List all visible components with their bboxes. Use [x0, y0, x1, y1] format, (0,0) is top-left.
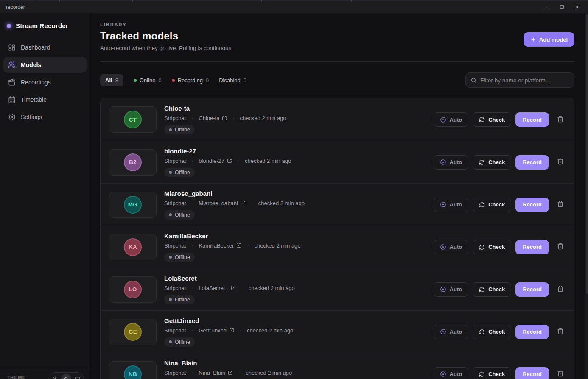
tab-recording[interactable]: Recording 0: [172, 77, 209, 84]
trash-icon: [557, 116, 564, 123]
auto-toggle-button[interactable]: Auto: [434, 325, 469, 339]
record-button[interactable]: Record: [515, 367, 549, 379]
last-checked: checked 2 min ago: [245, 158, 291, 164]
maximize-button[interactable]: [554, 1, 569, 13]
record-button[interactable]: Record: [515, 325, 549, 339]
calendar-icon: [8, 96, 16, 103]
check-button[interactable]: Check: [473, 325, 511, 339]
auto-toggle-button[interactable]: Auto: [434, 240, 469, 254]
sidebar-item-recordings[interactable]: Recordings: [3, 74, 87, 90]
check-button[interactable]: Check: [473, 112, 511, 127]
avatar-circle: KA: [124, 238, 142, 256]
tab-disabled[interactable]: Disabled 0: [219, 77, 246, 84]
auto-disc-icon: [440, 201, 446, 208]
model-external-link[interactable]: Miarose_gabani: [199, 200, 246, 206]
sidebar-item-label: Timetable: [21, 96, 47, 103]
avatar: CT: [109, 106, 157, 133]
platform-label: Stripchat: [164, 242, 186, 249]
status-badge: Offline: [164, 337, 195, 347]
search-input[interactable]: [480, 77, 569, 84]
status-dot: [169, 340, 172, 343]
sidebar-item-models[interactable]: Models: [3, 57, 87, 73]
platform-label: Stripchat: [164, 115, 186, 121]
record-button[interactable]: Record: [515, 282, 549, 297]
model-external-link[interactable]: Chloe-ta: [199, 115, 227, 121]
close-button[interactable]: [569, 1, 585, 13]
trash-icon: [557, 328, 564, 334]
sun-icon: [53, 376, 58, 379]
check-button[interactable]: Check: [473, 367, 511, 379]
model-row: MG Miarose_gabani Stripchat · Miarose_ga…: [101, 183, 574, 226]
add-model-button[interactable]: Add model: [524, 32, 574, 47]
model-name: Chloe-ta: [164, 105, 286, 112]
model-external-link[interactable]: blondie-27: [199, 158, 232, 164]
delete-button[interactable]: [555, 326, 566, 337]
check-button[interactable]: Check: [473, 155, 511, 170]
delete-button[interactable]: [555, 114, 566, 125]
avatar: GE: [109, 319, 157, 345]
refresh-icon: [479, 371, 485, 377]
scrollbar-thumb[interactable]: [586, 14, 588, 294]
theme-section: THEME: [0, 368, 90, 379]
auto-disc-icon: [440, 117, 446, 123]
record-button[interactable]: Record: [515, 198, 549, 212]
auto-disc-icon: [440, 159, 446, 165]
main-content: LIBRARY Tracked models Auto-record when …: [90, 13, 588, 379]
delete-button[interactable]: [555, 284, 566, 295]
model-name: blondie-27: [164, 148, 291, 155]
avatar-initials: B2: [129, 159, 137, 165]
trash-icon: [557, 243, 564, 250]
delete-button[interactable]: [555, 241, 566, 253]
theme-light-button[interactable]: [50, 374, 60, 379]
sidebar-item-settings[interactable]: Settings: [3, 109, 87, 125]
sidebar-item-dashboard[interactable]: Dashboard: [3, 39, 87, 56]
auto-toggle-button[interactable]: Auto: [434, 367, 469, 379]
gear-icon: [8, 113, 16, 121]
avatar: B2: [109, 149, 157, 176]
model-external-link[interactable]: KamillaBecker: [199, 242, 241, 249]
tab-online[interactable]: Online 0: [134, 77, 162, 84]
external-link-icon: [231, 285, 236, 290]
check-button[interactable]: Check: [473, 240, 511, 254]
avatar-circle: B2: [124, 153, 142, 171]
check-button[interactable]: Check: [473, 282, 511, 297]
trash-icon: [557, 285, 564, 292]
tab-dot-recording: [172, 79, 175, 82]
sidebar-item-timetable[interactable]: Timetable: [3, 92, 87, 108]
avatar-initials: NB: [129, 371, 137, 377]
auto-toggle-button[interactable]: Auto: [434, 282, 469, 297]
avatar: MG: [109, 192, 157, 218]
model-external-link[interactable]: Nina_Blain: [199, 370, 233, 376]
status-badge: Offline: [164, 125, 195, 134]
last-checked: checked 2 min ago: [247, 327, 293, 334]
auto-toggle-button[interactable]: Auto: [434, 155, 469, 170]
avatar-initials: KA: [129, 244, 137, 250]
sidebar-item-label: Dashboard: [21, 44, 50, 51]
auto-toggle-button[interactable]: Auto: [434, 112, 469, 127]
model-external-link[interactable]: GetttJinxed: [199, 327, 234, 334]
model-info: LolaSecret_ Stripchat · LolaSecret_ · ch…: [164, 275, 295, 304]
delete-button[interactable]: [555, 368, 566, 379]
minimize-button[interactable]: [539, 1, 554, 13]
model-external-link[interactable]: LolaSecret_: [199, 285, 235, 291]
status-dot: [169, 213, 172, 216]
monitor-icon: [75, 376, 80, 379]
platform-label: Stripchat: [164, 285, 186, 291]
theme-system-button[interactable]: [72, 374, 82, 379]
model-meta: Stripchat · Miarose_gabani · checked 2 m…: [164, 200, 305, 206]
delete-button[interactable]: [555, 199, 566, 210]
record-button[interactable]: Record: [515, 112, 549, 127]
refresh-icon: [479, 202, 485, 208]
row-actions: Auto Check Record: [434, 240, 566, 254]
check-button[interactable]: Check: [473, 198, 511, 212]
record-button[interactable]: Record: [515, 240, 549, 254]
record-button[interactable]: Record: [515, 155, 549, 170]
close-icon: [574, 4, 580, 10]
auto-toggle-button[interactable]: Auto: [434, 198, 469, 212]
status-dot: [169, 128, 172, 131]
search-box: [465, 72, 574, 88]
tab-all[interactable]: All 8: [100, 74, 123, 86]
delete-button[interactable]: [555, 156, 566, 168]
status-badge: Offline: [164, 168, 195, 177]
theme-dark-button[interactable]: [61, 374, 71, 379]
